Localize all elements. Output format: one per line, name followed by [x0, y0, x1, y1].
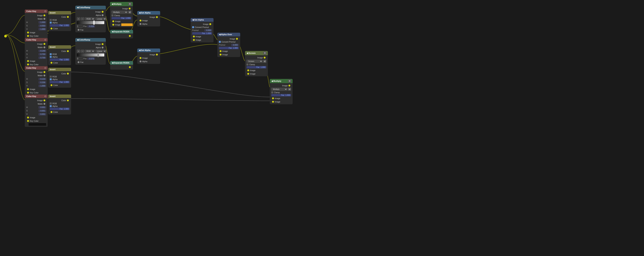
image-out-socket[interactable]: [129, 35, 131, 37]
node-options-btn[interactable]: ⚙: [128, 2, 131, 5]
alpha-in-socket[interactable]: [140, 60, 142, 62]
image-out-socket[interactable]: [209, 23, 211, 25]
image-in-socket-2[interactable]: [247, 73, 249, 75]
image-out-socket[interactable]: [102, 11, 104, 13]
image-in-socket[interactable]: [27, 88, 29, 90]
keycolor-socket[interactable]: [27, 120, 29, 122]
keycolor-socket[interactable]: [27, 92, 29, 94]
image-in-socket[interactable]: [140, 20, 142, 21]
h-value[interactable]: 0.140: [38, 50, 46, 52]
alpha-checkbox[interactable]: [50, 56, 52, 58]
color-out-socket[interactable]: [67, 73, 69, 75]
premul-value[interactable]: 0.000: [204, 29, 212, 32]
flip-btn[interactable]: ⇄: [128, 11, 131, 14]
s-value[interactable]: 0.550: [38, 24, 46, 27]
h-value[interactable]: 0.133: [38, 78, 46, 80]
image-in-socket-2[interactable]: [220, 54, 222, 56]
remove-stop-btn-2[interactable]: −: [81, 50, 84, 53]
keycolor-socket[interactable]: [27, 35, 29, 37]
h-value[interactable]: 0.001: [38, 106, 46, 109]
matte-socket[interactable]: [44, 75, 45, 76]
image-in-socket[interactable]: [27, 117, 29, 119]
alpha-in-socket[interactable]: [140, 23, 142, 25]
image-socket[interactable]: [44, 14, 45, 16]
image-out-socket[interactable]: [129, 66, 131, 68]
color-mode-select[interactable]: RGB: [85, 17, 95, 20]
image-swatch[interactable]: [121, 23, 133, 26]
interp-select[interactable]: Linear: [95, 17, 106, 20]
alpha-checkbox[interactable]: [50, 22, 52, 24]
v-value[interactable]: 1.000: [38, 28, 46, 30]
image-in-socket-1[interactable]: [247, 69, 249, 71]
keycolor-socket[interactable]: [27, 64, 29, 65]
matte-socket[interactable]: [44, 18, 45, 20]
color-out-socket[interactable]: [67, 50, 69, 52]
flip-btn[interactable]: ⇄: [263, 60, 266, 63]
rgb-checkbox[interactable]: [50, 19, 52, 21]
image-socket[interactable]: [44, 100, 45, 101]
color-in-socket[interactable]: [50, 62, 52, 64]
clamp-checkbox[interactable]: [246, 64, 248, 65]
add-stop-btn[interactable]: +: [77, 17, 80, 20]
image-in-socket[interactable]: [140, 57, 142, 59]
stop-index[interactable]: [77, 25, 82, 28]
convert-premul-checkbox[interactable]: [192, 26, 194, 28]
image-out-socket[interactable]: [156, 54, 158, 56]
v-value[interactable]: 0.001: [38, 113, 46, 116]
fac-socket-2[interactable]: [78, 61, 80, 63]
color-mode-select-2[interactable]: RGB: [85, 50, 95, 53]
v-value[interactable]: 1.000: [38, 85, 46, 87]
image-out-socket[interactable]: [264, 57, 266, 59]
rgb-checkbox[interactable]: [50, 103, 52, 104]
remove-stop-btn[interactable]: −: [81, 17, 84, 20]
image-in-socket[interactable]: [27, 60, 29, 62]
stop-index-2[interactable]: [77, 57, 82, 60]
color-in-socket[interactable]: [50, 111, 52, 113]
interp-select-2[interactable]: Linear: [95, 50, 106, 53]
image-in-socket-1[interactable]: [112, 20, 114, 22]
add-stop-btn-2[interactable]: +: [77, 50, 80, 53]
operation-select-2[interactable]: Multiply: [271, 88, 288, 91]
rgb-checkbox[interactable]: [50, 76, 52, 78]
matte-socket[interactable]: [44, 46, 45, 48]
operation-select[interactable]: Multiply: [112, 11, 128, 14]
premul-value[interactable]: 0.000: [231, 44, 239, 46]
fac-socket[interactable]: [78, 29, 80, 31]
color-in-socket[interactable]: [50, 28, 52, 29]
pos-value[interactable]: 0.318: [87, 25, 95, 28]
alpha-checkbox[interactable]: [50, 78, 52, 80]
alpha-checkbox[interactable]: [50, 105, 52, 107]
keycolor-swatch-4[interactable]: [28, 123, 46, 126]
image-in-socket-2[interactable]: [112, 24, 114, 26]
s-value[interactable]: 0.001: [38, 110, 46, 112]
image-in-socket[interactable]: [27, 32, 29, 33]
image-in-socket-1[interactable]: [193, 36, 195, 37]
screen-options-btn[interactable]: ⚙: [263, 52, 266, 55]
image-out-socket[interactable]: [102, 43, 104, 45]
v-value[interactable]: 0.700: [38, 56, 46, 59]
screen-mode-select[interactable]: Screen: [246, 60, 263, 63]
flip-btn-2[interactable]: ⇄: [288, 88, 291, 91]
input-dot[interactable]: [4, 35, 7, 37]
image-socket[interactable]: [44, 71, 45, 73]
color-in-socket[interactable]: [50, 84, 52, 86]
alpha-out-socket[interactable]: [102, 47, 104, 48]
multiply2-options-btn[interactable]: ⚙: [288, 80, 291, 83]
convert-premul-checkbox[interactable]: [219, 41, 221, 43]
clamp-checkbox[interactable]: [271, 92, 273, 93]
image-in-socket-1[interactable]: [220, 50, 222, 52]
clamp-checkbox[interactable]: [112, 14, 114, 16]
image-in-socket-2[interactable]: [272, 101, 274, 103]
image-socket[interactable]: [44, 43, 45, 45]
image-out-socket[interactable]: [156, 16, 158, 18]
image-in-socket-2[interactable]: [193, 39, 195, 41]
s-value[interactable]: 0.700: [38, 53, 46, 56]
color-out-socket[interactable]: [67, 100, 69, 101]
matte-socket[interactable]: [44, 103, 45, 105]
image-in-socket-1[interactable]: [272, 97, 274, 99]
rgb-checkbox[interactable]: [50, 53, 52, 55]
pos-value-2[interactable]: 0.575: [87, 57, 95, 60]
image-out-socket[interactable]: [288, 85, 290, 87]
image-out-socket[interactable]: [129, 7, 130, 9]
color-out-socket[interactable]: [67, 16, 69, 18]
